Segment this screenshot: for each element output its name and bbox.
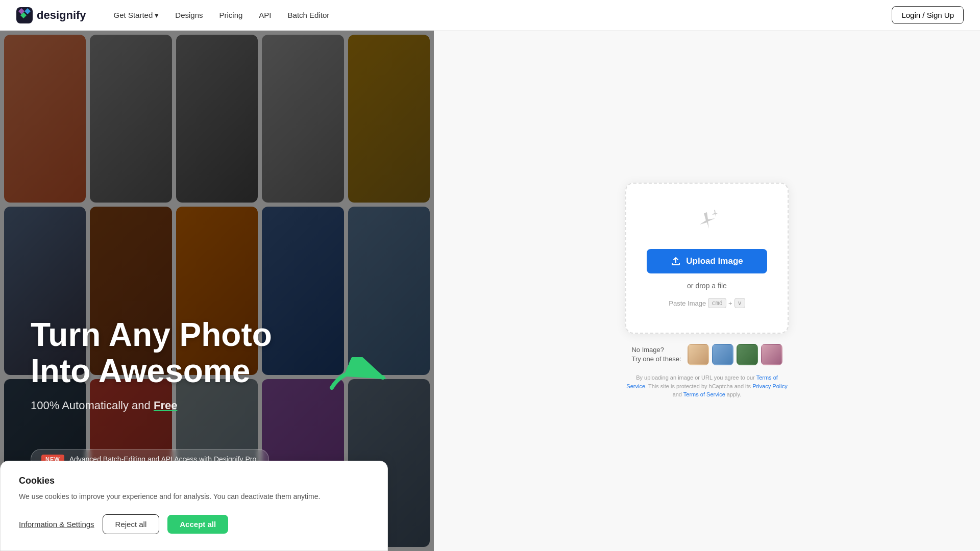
sample-images-row: No Image? Try one of these: bbox=[631, 344, 782, 365]
cmd-key: cmd bbox=[708, 298, 726, 308]
sample-thumb-2[interactable] bbox=[712, 344, 733, 365]
hero-subtitle: 100% Automatically and Free bbox=[31, 399, 272, 412]
login-signup-button[interactable]: Login / Sign Up bbox=[892, 6, 964, 24]
reject-all-button[interactable]: Reject all bbox=[103, 514, 160, 534]
hero-title: Turn Any Photo Into Awesome bbox=[31, 317, 272, 389]
or-drop-label: or drop a file bbox=[687, 282, 727, 290]
nav-item-api[interactable]: API bbox=[252, 7, 278, 23]
chevron-down-icon: ▾ bbox=[155, 11, 159, 20]
sample-thumbs bbox=[688, 344, 782, 365]
no-image-text: No Image? Try one of these: bbox=[631, 345, 681, 364]
information-settings-button[interactable]: Information & Settings bbox=[19, 520, 94, 529]
terms-service-link-2[interactable]: Terms of Service bbox=[683, 391, 725, 397]
paste-hint: Paste Image cmd + v bbox=[669, 298, 745, 308]
nav-item-get-started[interactable]: Get Started ▾ bbox=[107, 7, 166, 24]
nav-item-batch-editor[interactable]: Batch Editor bbox=[281, 7, 337, 23]
v-key: v bbox=[734, 298, 745, 308]
sample-thumb-4[interactable] bbox=[761, 344, 782, 365]
cookie-title: Cookies bbox=[19, 475, 369, 486]
upload-card: Upload Image or drop a file Paste Image … bbox=[625, 183, 789, 334]
sparkle-icon bbox=[693, 208, 721, 237]
green-arrow-icon bbox=[327, 357, 388, 398]
privacy-policy-link[interactable]: Privacy Policy bbox=[752, 383, 787, 389]
nav-item-pricing[interactable]: Pricing bbox=[212, 7, 250, 23]
upload-icon bbox=[671, 256, 681, 266]
accept-all-button[interactable]: Accept all bbox=[167, 515, 228, 534]
nav-item-designs[interactable]: Designs bbox=[168, 7, 210, 23]
logo-text: designify bbox=[37, 9, 86, 22]
hero-text: Turn Any Photo Into Awesome 100% Automat… bbox=[31, 317, 272, 429]
cookie-actions: Information & Settings Reject all Accept… bbox=[19, 514, 369, 534]
nav-links: Get Started ▾ Designs Pricing API Batch … bbox=[107, 7, 892, 24]
sample-thumb-1[interactable] bbox=[688, 344, 709, 365]
cookie-banner: Cookies We use cookies to improve your e… bbox=[0, 461, 388, 551]
upload-image-button[interactable]: Upload Image bbox=[647, 249, 767, 273]
navbar: designify Get Started ▾ Designs Pricing … bbox=[0, 0, 980, 31]
sample-thumb-3[interactable] bbox=[737, 344, 758, 365]
terms-text: By uploading an image or URL you agree t… bbox=[625, 373, 789, 399]
logo-icon bbox=[16, 7, 33, 23]
cookie-description: We use cookies to improve your experienc… bbox=[19, 491, 369, 502]
right-panel: Upload Image or drop a file Paste Image … bbox=[434, 31, 980, 551]
logo[interactable]: designify bbox=[16, 7, 86, 23]
